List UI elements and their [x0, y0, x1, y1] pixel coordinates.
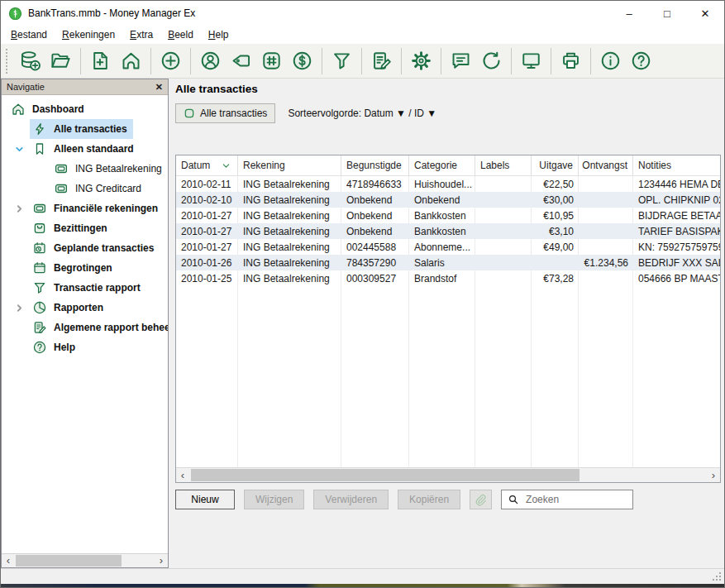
nav-entry[interactable]: Algemene rapport beheer: [30, 318, 168, 337]
scroll-right-icon[interactable]: ›: [707, 470, 720, 481]
nav-entry[interactable]: Alle transacties: [30, 119, 133, 139]
filter-button[interactable]: [327, 46, 356, 75]
column-header-categorie[interactable]: Categorie: [409, 155, 475, 175]
nav-item-begrotingen[interactable]: Begrotingen: [8, 258, 168, 278]
nav-item-bezittingen[interactable]: Bezittingen: [8, 218, 168, 238]
delete-button[interactable]: Verwijderen: [313, 490, 389, 509]
menu-bestand[interactable]: Bestand: [3, 26, 55, 43]
minimize-button[interactable]: –: [610, 1, 648, 26]
nav-item-label: Help: [54, 342, 75, 353]
nav-entry[interactable]: Help: [30, 337, 81, 357]
table-row[interactable]: 2010-02-10ING BetaalrekeningOnbekendOnbe…: [176, 192, 720, 208]
report-edit-button[interactable]: [367, 46, 396, 75]
expander-icon[interactable]: [8, 203, 30, 214]
table-row[interactable]: 2010-01-25ING Betaalrekening000309527Bra…: [176, 270, 720, 286]
scroll-left-icon[interactable]: ‹: [2, 555, 15, 566]
nav-horizontal-scrollbar[interactable]: ‹ ›: [2, 553, 168, 567]
edit-button[interactable]: Wijzigen: [244, 490, 304, 509]
close-button[interactable]: ✕: [686, 1, 724, 26]
title-bar[interactable]: BankTrans.mmb - Money Manager Ex – □ ✕: [1, 1, 724, 26]
nav-entry[interactable]: Geplande transacties: [30, 238, 160, 258]
column-header-ontvangst[interactable]: Ontvangst: [579, 155, 633, 175]
table-cell: [475, 192, 532, 208]
nav-item-geplande-transacties[interactable]: Geplande transacties: [8, 238, 168, 258]
folder-open-button[interactable]: [46, 46, 75, 75]
nav-item-transactie-rapport[interactable]: Transactie rapport: [8, 278, 168, 298]
nav-entry[interactable]: Alleen standaard: [30, 139, 140, 159]
search-input[interactable]: [524, 493, 627, 506]
file-plus-icon: [89, 50, 112, 72]
nav-entry[interactable]: ING Creditcard: [51, 179, 147, 198]
panel-close-icon[interactable]: ✕: [155, 82, 163, 93]
nav-item-alleen-standaard[interactable]: Alleen standaard: [8, 139, 168, 159]
nav-item-alle-transacties[interactable]: Alle transacties: [8, 119, 168, 139]
expander-icon[interactable]: [8, 303, 30, 313]
column-header-labels[interactable]: Labels: [475, 155, 532, 175]
navigation-title: Navigatie: [7, 82, 45, 92]
nav-item-ing-creditcard[interactable]: ING Creditcard: [8, 179, 168, 198]
toolbar-grip[interactable]: [6, 49, 10, 74]
table-horizontal-scrollbar[interactable]: ‹ ›: [176, 467, 720, 482]
menu-extra[interactable]: Extra: [122, 26, 160, 43]
nav-item-help[interactable]: Help: [8, 337, 168, 357]
payee-button[interactable]: [196, 46, 225, 75]
nav-item-algemene-rapport-beheer[interactable]: Algemene rapport beheer: [8, 318, 168, 337]
tag-icon: [230, 50, 252, 72]
help-button[interactable]: [627, 46, 656, 75]
table-cell: Onbekend: [341, 208, 409, 223]
database-add-button[interactable]: [16, 46, 45, 75]
refresh-button[interactable]: [477, 46, 506, 75]
scroll-right-icon[interactable]: ›: [155, 555, 168, 566]
add-circle-button[interactable]: [156, 46, 185, 75]
column-header-uitgave[interactable]: Uitgave: [532, 155, 579, 175]
assets-icon: [32, 221, 47, 236]
table-row[interactable]: 2010-01-26ING Betaalrekening784357290Sal…: [176, 255, 720, 270]
sort-order-control[interactable]: Sorteervolgorde: Datum ▼ / ID ▼: [288, 108, 436, 119]
currency-button[interactable]: [288, 46, 317, 75]
info-button[interactable]: [596, 46, 625, 75]
menu-help[interactable]: Help: [201, 26, 236, 43]
column-header-notities[interactable]: Notities: [633, 155, 720, 175]
resize-grip[interactable]: [719, 579, 721, 581]
table-row[interactable]: 2010-02-11ING Betaalrekening4718946633Hu…: [176, 176, 720, 192]
column-header-begunstigde[interactable]: Begunstigde: [341, 155, 409, 175]
home-button[interactable]: [117, 46, 145, 75]
search-box[interactable]: [501, 490, 633, 509]
settings-button[interactable]: [407, 46, 436, 75]
table-row[interactable]: 2010-01-27ING BetaalrekeningOnbekendBank…: [176, 208, 720, 223]
transaction-filter-button[interactable]: Alle transacties: [175, 103, 275, 123]
nav-item-dashboard[interactable]: Dashboard: [8, 99, 168, 119]
attachment-button[interactable]: [470, 490, 492, 509]
scrollbar-thumb[interactable]: [191, 469, 580, 481]
menu-rekeningen[interactable]: Rekeningen: [55, 26, 122, 43]
category-button[interactable]: [257, 46, 286, 75]
nav-entry[interactable]: Financiële rekeningen: [30, 198, 164, 218]
print-button[interactable]: [556, 46, 585, 75]
menu-beeld[interactable]: Beeld: [160, 26, 201, 43]
nav-item-ing-betaalrekening[interactable]: ING Betaalrekening: [8, 159, 168, 179]
new-button[interactable]: Nieuw: [175, 490, 235, 509]
nav-entry[interactable]: Bezittingen: [30, 218, 113, 238]
column-header-rekening[interactable]: Rekening: [238, 155, 341, 175]
tag-button[interactable]: [227, 46, 255, 75]
table-row[interactable]: 2010-01-27ING Betaalrekening002445588Abo…: [176, 239, 720, 255]
nav-entry[interactable]: Transactie rapport: [30, 278, 146, 298]
nav-item-rapporten[interactable]: Rapporten: [8, 298, 168, 318]
table-cell: 054666 BP MAASTR: [633, 270, 720, 286]
nav-entry[interactable]: Rapporten: [30, 298, 109, 318]
nav-entry[interactable]: Begrotingen: [30, 258, 118, 278]
nav-entry[interactable]: Dashboard: [8, 99, 90, 119]
maximize-button[interactable]: □: [648, 1, 686, 26]
monitor-button[interactable]: [517, 46, 546, 75]
file-plus-button[interactable]: [86, 46, 115, 75]
nav-item-financi-le-rekeningen[interactable]: Financiële rekeningen: [8, 198, 168, 218]
feedback-button[interactable]: [446, 46, 475, 75]
column-header-datum[interactable]: Datum: [176, 155, 238, 175]
expander-icon[interactable]: [8, 144, 30, 155]
table-cell: BIJDRAGE BETAALPA: [633, 208, 720, 223]
scrollbar-thumb[interactable]: [16, 555, 122, 566]
scroll-left-icon[interactable]: ‹: [176, 470, 189, 481]
table-row[interactable]: 2010-01-27ING BetaalrekeningOnbekendBank…: [176, 223, 720, 239]
copy-button[interactable]: Kopiëren: [398, 490, 460, 509]
nav-entry[interactable]: ING Betaalrekening: [51, 159, 168, 179]
